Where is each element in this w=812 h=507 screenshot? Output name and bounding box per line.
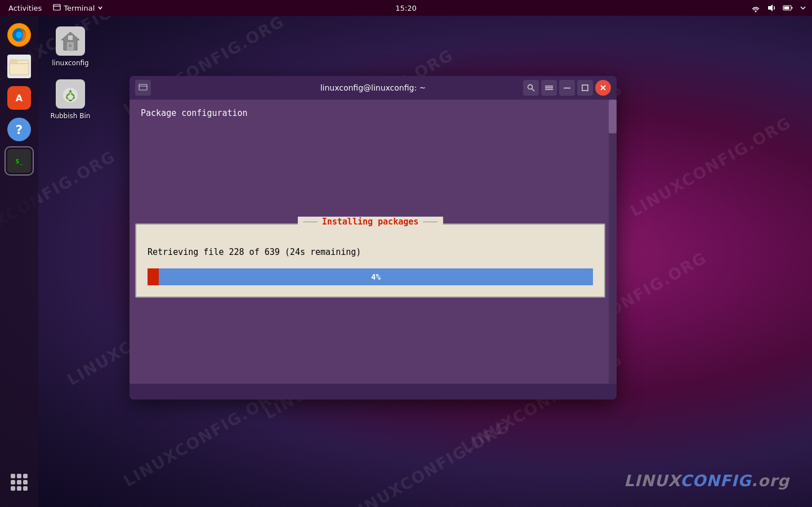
panel-clock: 15:20 (395, 4, 416, 12)
watermark-5: LINUXCONFIG.ORG (627, 113, 794, 221)
rubbish-bin-icon (56, 79, 85, 109)
terminal-label: Terminal (64, 4, 95, 12)
terminal-indicator[interactable]: Terminal (53, 4, 103, 12)
desktop: LINUXCONFIG.ORG LINUXCONFIG.ORG LINUXCON… (0, 0, 812, 507)
terminal-body[interactable]: Package configuration ─── Installing pac… (130, 100, 617, 384)
svg-rect-5 (784, 7, 789, 10)
menu-button[interactable] (541, 80, 557, 96)
progress-percent-text: 4% (371, 272, 381, 281)
dock-item-firefox[interactable] (6, 21, 33, 48)
svg-point-22 (528, 85, 533, 89)
progress-bar-container: 4% (148, 268, 593, 285)
app-center-icon: A (7, 86, 31, 110)
help-icon: ? (7, 118, 31, 141)
linuxconfig-label: linuxconfig (52, 59, 89, 67)
dock: A ? $_ (0, 16, 38, 507)
lc-wm-linux-text: LINUX (624, 472, 680, 490)
chevron-down-icon (97, 5, 103, 11)
svg-point-9 (16, 32, 23, 38)
watermark-14: LINUXCONFIG.ORG (345, 417, 512, 507)
lc-wm-config-text: CONFIG (680, 472, 751, 490)
terminal-window: linuxconfig@linuxconfig: ~ (130, 76, 617, 400)
panel-left: Activities Terminal (6, 4, 103, 12)
close-button[interactable] (595, 80, 611, 96)
svg-text:⌂: ⌂ (69, 43, 72, 48)
dock-item-files[interactable] (6, 53, 33, 80)
firefox-icon (7, 23, 31, 47)
retrieving-text: Retrieving file 228 of 639 (24s remainin… (148, 247, 593, 257)
titlebar-title: linuxconfig@linuxconfig: ~ (320, 83, 426, 92)
panel-right (751, 3, 806, 12)
terminal-window-icon (53, 4, 61, 12)
minimize-button[interactable] (559, 80, 575, 96)
dock-item-terminal[interactable]: $_ (6, 147, 33, 174)
network-icon[interactable] (751, 3, 760, 12)
svg-text:A: A (16, 93, 23, 104)
terminal-titlebar: linuxconfig@linuxconfig: ~ (130, 76, 617, 100)
battery-icon[interactable] (783, 4, 793, 12)
terminal-scrollbar[interactable] (609, 100, 617, 384)
desktop-icon-rubbish-bin[interactable]: Rubbish Bin (45, 75, 96, 123)
files-icon (7, 55, 31, 78)
lc-wm-org-text: .org (751, 472, 789, 490)
linuxconfig-icon: ⌂ (56, 26, 85, 56)
search-button[interactable] (523, 80, 539, 96)
rubbish-bin-label: Rubbish Bin (51, 112, 91, 120)
progress-red-indicator (148, 268, 159, 285)
terminal-bottom-bar (130, 384, 617, 400)
svg-rect-12 (10, 59, 17, 64)
svg-rect-28 (582, 85, 588, 91)
titlebar-menu-button[interactable] (135, 80, 151, 96)
activities-button[interactable]: Activities (6, 4, 44, 12)
system-menu-icon[interactable] (800, 5, 806, 11)
svg-line-23 (532, 89, 535, 92)
svg-rect-6 (792, 7, 793, 9)
install-dialog: ─── Installing packages ─── Retrieving f… (135, 223, 605, 298)
progress-bar: 4% (159, 268, 593, 285)
maximize-button[interactable] (577, 80, 593, 96)
dock-item-help[interactable]: ? (6, 116, 33, 143)
dock-item-app-center[interactable]: A (6, 84, 33, 111)
titlebar-left-controls (135, 80, 151, 96)
terminal-dock-icon: $_ (7, 149, 31, 173)
svg-rect-20 (139, 84, 147, 90)
install-dialog-titlebar: ─── Installing packages ─── (297, 217, 443, 227)
lc-watermark: LINUXCONFIG.org (624, 472, 789, 490)
desktop-icons: ⌂ linuxconfig (45, 23, 96, 123)
app-grid-icon (11, 474, 28, 491)
desktop-icon-linuxconfig[interactable]: ⌂ linuxconfig (45, 23, 96, 70)
show-applications-button[interactable] (0, 469, 38, 496)
install-dialog-title: Installing packages (322, 217, 419, 227)
svg-point-2 (755, 11, 757, 12)
package-config-text: Package configuration (141, 108, 605, 118)
titlebar-right-controls (523, 80, 611, 96)
scrollbar-thumb[interactable] (609, 100, 617, 133)
svg-rect-0 (53, 5, 60, 10)
svg-rect-17 (68, 35, 73, 40)
svg-marker-3 (768, 5, 773, 11)
volume-icon[interactable] (767, 3, 776, 12)
top-panel: Activities Terminal 15:20 (0, 0, 812, 16)
